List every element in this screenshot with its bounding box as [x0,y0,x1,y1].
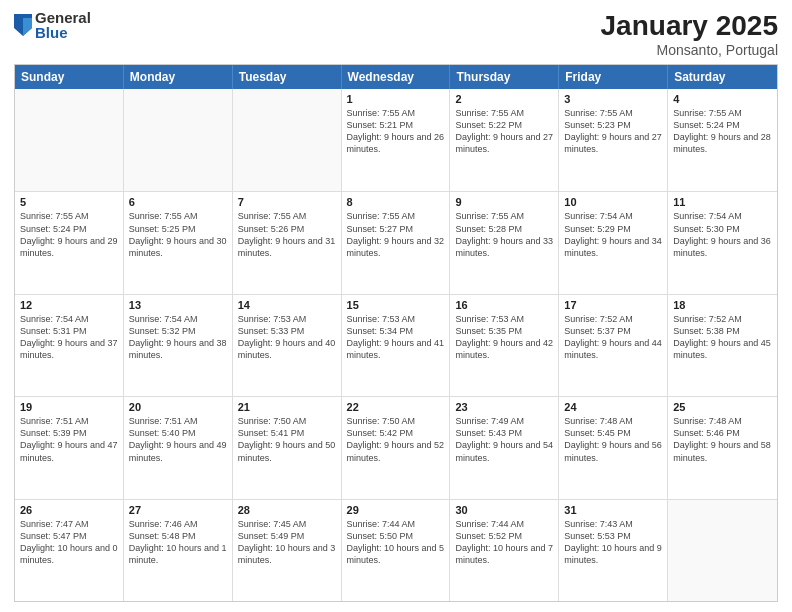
day-info: Sunrise: 7:53 AMSunset: 5:34 PMDaylight:… [347,313,445,362]
day-info: Sunrise: 7:45 AMSunset: 5:49 PMDaylight:… [238,518,336,567]
calendar-day-cell: 10Sunrise: 7:54 AMSunset: 5:29 PMDayligh… [559,192,668,293]
calendar-day-cell: 21Sunrise: 7:50 AMSunset: 5:41 PMDayligh… [233,397,342,498]
day-number: 28 [238,504,336,516]
day-number: 4 [673,93,772,105]
day-number: 13 [129,299,227,311]
calendar-day-cell: 7Sunrise: 7:55 AMSunset: 5:26 PMDaylight… [233,192,342,293]
day-info: Sunrise: 7:47 AMSunset: 5:47 PMDaylight:… [20,518,118,567]
day-info: Sunrise: 7:44 AMSunset: 5:50 PMDaylight:… [347,518,445,567]
logo-icon [14,14,32,36]
day-info: Sunrise: 7:51 AMSunset: 5:40 PMDaylight:… [129,415,227,464]
calendar-day-cell: 1Sunrise: 7:55 AMSunset: 5:21 PMDaylight… [342,89,451,191]
day-info: Sunrise: 7:51 AMSunset: 5:39 PMDaylight:… [20,415,118,464]
calendar-day-cell: 2Sunrise: 7:55 AMSunset: 5:22 PMDaylight… [450,89,559,191]
calendar-week-row: 26Sunrise: 7:47 AMSunset: 5:47 PMDayligh… [15,499,777,601]
weekday-header: Friday [559,65,668,89]
day-number: 17 [564,299,662,311]
calendar-day-cell: 27Sunrise: 7:46 AMSunset: 5:48 PMDayligh… [124,500,233,601]
day-number: 22 [347,401,445,413]
day-number: 14 [238,299,336,311]
day-number: 30 [455,504,553,516]
calendar-day-cell [124,89,233,191]
day-number: 21 [238,401,336,413]
day-info: Sunrise: 7:46 AMSunset: 5:48 PMDaylight:… [129,518,227,567]
weekday-header: Wednesday [342,65,451,89]
day-info: Sunrise: 7:43 AMSunset: 5:53 PMDaylight:… [564,518,662,567]
day-info: Sunrise: 7:55 AMSunset: 5:22 PMDaylight:… [455,107,553,156]
day-number: 2 [455,93,553,105]
day-info: Sunrise: 7:55 AMSunset: 5:23 PMDaylight:… [564,107,662,156]
calendar-week-row: 12Sunrise: 7:54 AMSunset: 5:31 PMDayligh… [15,294,777,396]
calendar-day-cell: 22Sunrise: 7:50 AMSunset: 5:42 PMDayligh… [342,397,451,498]
day-info: Sunrise: 7:52 AMSunset: 5:37 PMDaylight:… [564,313,662,362]
day-number: 19 [20,401,118,413]
calendar-day-cell: 28Sunrise: 7:45 AMSunset: 5:49 PMDayligh… [233,500,342,601]
day-number: 18 [673,299,772,311]
calendar-day-cell: 29Sunrise: 7:44 AMSunset: 5:50 PMDayligh… [342,500,451,601]
day-number: 6 [129,196,227,208]
day-number: 9 [455,196,553,208]
day-info: Sunrise: 7:55 AMSunset: 5:28 PMDaylight:… [455,210,553,259]
calendar-day-cell: 26Sunrise: 7:47 AMSunset: 5:47 PMDayligh… [15,500,124,601]
calendar-header: SundayMondayTuesdayWednesdayThursdayFrid… [15,65,777,89]
day-info: Sunrise: 7:48 AMSunset: 5:46 PMDaylight:… [673,415,772,464]
calendar-day-cell: 3Sunrise: 7:55 AMSunset: 5:23 PMDaylight… [559,89,668,191]
day-info: Sunrise: 7:50 AMSunset: 5:41 PMDaylight:… [238,415,336,464]
day-number: 23 [455,401,553,413]
day-info: Sunrise: 7:55 AMSunset: 5:24 PMDaylight:… [20,210,118,259]
day-info: Sunrise: 7:54 AMSunset: 5:32 PMDaylight:… [129,313,227,362]
day-number: 25 [673,401,772,413]
day-info: Sunrise: 7:53 AMSunset: 5:33 PMDaylight:… [238,313,336,362]
day-info: Sunrise: 7:50 AMSunset: 5:42 PMDaylight:… [347,415,445,464]
day-number: 5 [20,196,118,208]
day-number: 15 [347,299,445,311]
calendar-week-row: 19Sunrise: 7:51 AMSunset: 5:39 PMDayligh… [15,396,777,498]
calendar-day-cell: 15Sunrise: 7:53 AMSunset: 5:34 PMDayligh… [342,295,451,396]
calendar-body: 1Sunrise: 7:55 AMSunset: 5:21 PMDaylight… [15,89,777,601]
location-subtitle: Monsanto, Portugal [601,42,778,58]
calendar-day-cell: 30Sunrise: 7:44 AMSunset: 5:52 PMDayligh… [450,500,559,601]
calendar-day-cell: 8Sunrise: 7:55 AMSunset: 5:27 PMDaylight… [342,192,451,293]
calendar-day-cell: 19Sunrise: 7:51 AMSunset: 5:39 PMDayligh… [15,397,124,498]
calendar-day-cell [668,500,777,601]
day-number: 10 [564,196,662,208]
day-number: 1 [347,93,445,105]
calendar-day-cell: 31Sunrise: 7:43 AMSunset: 5:53 PMDayligh… [559,500,668,601]
weekday-header: Thursday [450,65,559,89]
day-info: Sunrise: 7:55 AMSunset: 5:24 PMDaylight:… [673,107,772,156]
calendar-day-cell: 9Sunrise: 7:55 AMSunset: 5:28 PMDaylight… [450,192,559,293]
calendar-week-row: 1Sunrise: 7:55 AMSunset: 5:21 PMDaylight… [15,89,777,191]
month-title: January 2025 [601,10,778,42]
calendar-day-cell: 5Sunrise: 7:55 AMSunset: 5:24 PMDaylight… [15,192,124,293]
day-number: 11 [673,196,772,208]
day-info: Sunrise: 7:54 AMSunset: 5:30 PMDaylight:… [673,210,772,259]
day-number: 3 [564,93,662,105]
calendar-day-cell: 11Sunrise: 7:54 AMSunset: 5:30 PMDayligh… [668,192,777,293]
calendar-day-cell: 24Sunrise: 7:48 AMSunset: 5:45 PMDayligh… [559,397,668,498]
weekday-header: Monday [124,65,233,89]
calendar-page: General Blue January 2025 Monsanto, Port… [0,0,792,612]
calendar-day-cell: 16Sunrise: 7:53 AMSunset: 5:35 PMDayligh… [450,295,559,396]
logo-blue: Blue [35,25,91,40]
day-info: Sunrise: 7:54 AMSunset: 5:29 PMDaylight:… [564,210,662,259]
day-number: 8 [347,196,445,208]
logo-text: General Blue [35,10,91,40]
calendar-day-cell: 25Sunrise: 7:48 AMSunset: 5:46 PMDayligh… [668,397,777,498]
day-info: Sunrise: 7:55 AMSunset: 5:25 PMDaylight:… [129,210,227,259]
day-number: 29 [347,504,445,516]
calendar-day-cell: 6Sunrise: 7:55 AMSunset: 5:25 PMDaylight… [124,192,233,293]
day-info: Sunrise: 7:52 AMSunset: 5:38 PMDaylight:… [673,313,772,362]
day-info: Sunrise: 7:44 AMSunset: 5:52 PMDaylight:… [455,518,553,567]
calendar-day-cell: 13Sunrise: 7:54 AMSunset: 5:32 PMDayligh… [124,295,233,396]
day-number: 12 [20,299,118,311]
day-number: 26 [20,504,118,516]
calendar-day-cell: 12Sunrise: 7:54 AMSunset: 5:31 PMDayligh… [15,295,124,396]
title-area: January 2025 Monsanto, Portugal [601,10,778,58]
weekday-header: Sunday [15,65,124,89]
weekday-header: Saturday [668,65,777,89]
logo-general: General [35,10,91,25]
calendar: SundayMondayTuesdayWednesdayThursdayFrid… [14,64,778,602]
day-number: 24 [564,401,662,413]
calendar-day-cell: 14Sunrise: 7:53 AMSunset: 5:33 PMDayligh… [233,295,342,396]
day-number: 16 [455,299,553,311]
